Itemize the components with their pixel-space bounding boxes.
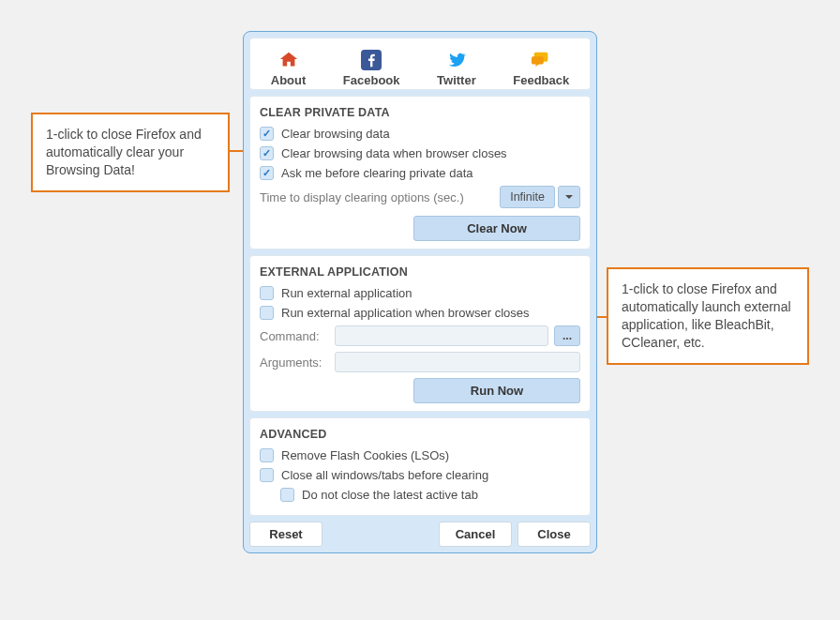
cancel-button[interactable]: Cancel <box>439 522 512 547</box>
home-icon <box>278 50 299 73</box>
arguments-label: Arguments: <box>260 355 329 370</box>
checkbox-label: Clear browsing data when browser closes <box>281 146 507 160</box>
section-external-application: EXTERNAL APPLICATION Run external applic… <box>249 255 591 412</box>
run-now-button[interactable]: Run Now <box>413 378 580 403</box>
checkbox-close-windows[interactable] <box>260 468 274 482</box>
checkbox-run-external[interactable] <box>260 286 274 300</box>
row-close-windows: Close all windows/tabs before clearing <box>260 468 580 482</box>
tab-facebook[interactable]: Facebook <box>343 50 400 87</box>
browse-button[interactable]: ... <box>554 325 580 346</box>
chevron-down-icon <box>564 192 574 202</box>
row-keep-active-tab: Do not close the latest active tab <box>280 488 580 502</box>
checkbox-run-external-on-close[interactable] <box>260 306 274 320</box>
checkbox-keep-active-tab[interactable] <box>280 488 294 502</box>
callout-text: 1-click to close Firefox and automatical… <box>46 127 202 177</box>
time-select-arrow[interactable] <box>558 186 580 208</box>
footer-buttons: Reset Cancel Close <box>249 522 591 547</box>
command-label: Command: <box>260 329 329 343</box>
callout-clear-browsing: 1-click to close Firefox and automatical… <box>31 113 230 192</box>
time-label: Time to display clearing options (sec.) <box>260 190 464 204</box>
checkbox-label: Clear browsing data <box>281 127 390 141</box>
checkbox-clear-on-close[interactable] <box>260 146 274 160</box>
tab-label: Feedback <box>513 73 569 87</box>
tab-twitter[interactable]: Twitter <box>437 50 476 87</box>
reset-button[interactable]: Reset <box>249 522 322 547</box>
checkbox-label: Remove Flash Cookies (LSOs) <box>281 448 449 462</box>
checkbox-clear-browsing[interactable] <box>260 127 274 141</box>
tab-bar: About Facebook Twitter Feedback <box>249 38 591 90</box>
feedback-icon <box>531 50 551 73</box>
checkbox-remove-flash[interactable] <box>260 448 274 462</box>
checkbox-ask-before-clear[interactable] <box>260 166 274 180</box>
close-button[interactable]: Close <box>518 522 591 547</box>
row-run-external: Run external application <box>260 286 580 300</box>
tab-about[interactable]: About <box>271 50 307 87</box>
row-remove-flash: Remove Flash Cookies (LSOs) <box>260 448 580 462</box>
row-display-time: Time to display clearing options (sec.) … <box>260 186 580 208</box>
command-input[interactable] <box>335 325 548 346</box>
time-select-value[interactable]: Infinite <box>500 186 555 208</box>
tab-label: Facebook <box>343 73 400 87</box>
section-clear-private-data: CLEAR PRIVATE DATA Clear browsing data C… <box>249 96 591 250</box>
checkbox-label: Run external application <box>281 286 412 300</box>
row-arguments: Arguments: <box>260 352 580 372</box>
tab-label: Twitter <box>437 73 476 87</box>
checkbox-label: Close all windows/tabs before clearing <box>281 468 488 482</box>
row-ask-before-clear: Ask me before clearing private data <box>260 166 580 180</box>
tab-feedback[interactable]: Feedback <box>513 50 569 87</box>
section-heading: CLEAR PRIVATE DATA <box>260 106 580 119</box>
twitter-icon <box>446 50 467 73</box>
section-heading: EXTERNAL APPLICATION <box>260 265 580 279</box>
callout-text: 1-click to close Firefox and automatical… <box>622 281 791 350</box>
row-run-external-on-close: Run external application when browser cl… <box>260 306 580 320</box>
checkbox-label: Do not close the latest active tab <box>302 488 478 502</box>
clear-now-button[interactable]: Clear Now <box>413 216 580 241</box>
checkbox-label: Run external application when browser cl… <box>281 306 529 320</box>
tab-label: About <box>271 73 307 87</box>
section-heading: ADVANCED <box>260 428 580 441</box>
settings-panel: About Facebook Twitter Feedback CLEAR PR… <box>243 31 597 553</box>
checkbox-label: Ask me before clearing private data <box>281 166 473 180</box>
row-command: Command: ... <box>260 325 580 346</box>
row-clear-browsing: Clear browsing data <box>260 127 580 141</box>
callout-external-app: 1-click to close Firefox and automatical… <box>607 267 809 365</box>
arguments-input[interactable] <box>335 352 580 372</box>
row-clear-on-close: Clear browsing data when browser closes <box>260 146 580 160</box>
section-advanced: ADVANCED Remove Flash Cookies (LSOs) Clo… <box>249 417 591 516</box>
facebook-icon <box>361 50 382 73</box>
